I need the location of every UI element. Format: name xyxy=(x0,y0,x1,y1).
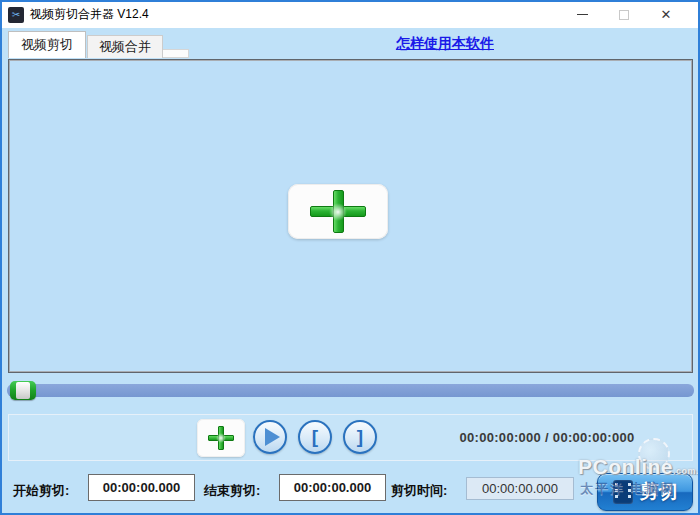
bracket-close-icon: ] xyxy=(357,427,363,448)
maximize-button[interactable] xyxy=(603,1,645,28)
close-button[interactable]: ✕ xyxy=(645,1,687,28)
scissors-glyph: ✂ xyxy=(12,10,20,20)
tab-video-cut[interactable]: 视频剪切 xyxy=(8,31,86,58)
tab-video-merge[interactable]: 视频合并 xyxy=(87,35,163,58)
film-strip-icon xyxy=(613,480,633,504)
slider-thumb-grip xyxy=(16,382,30,399)
seek-slider[interactable] xyxy=(7,384,694,397)
title-bar: ✂ 视频剪切合并器 V12.4 ✕ xyxy=(1,1,699,28)
add-video-button[interactable] xyxy=(288,184,388,239)
plus-icon xyxy=(310,190,366,233)
app-window: ✂ 视频剪切合并器 V12.4 ✕ 视频剪切 视频合并 怎样使用本软件 xyxy=(0,0,700,515)
play-button[interactable] xyxy=(253,420,287,454)
video-preview-area xyxy=(8,59,693,373)
window-controls: ✕ xyxy=(561,1,687,28)
mark-start-button[interactable]: [ xyxy=(298,420,332,454)
cut-button-label: 剪切 xyxy=(640,479,678,505)
slider-thumb[interactable] xyxy=(10,381,36,400)
cut-button[interactable]: 剪切 xyxy=(597,473,693,511)
mark-end-button[interactable]: ] xyxy=(343,420,377,454)
time-display: 00:00:00:000 / 00:00:00:000 xyxy=(441,430,653,445)
start-cut-label: 开始剪切: xyxy=(13,482,69,500)
close-icon: ✕ xyxy=(661,8,672,21)
cut-duration-value: 00:00:00.000 xyxy=(466,477,574,500)
minimize-icon xyxy=(577,14,588,15)
end-cut-input[interactable] xyxy=(279,474,386,501)
maximize-icon xyxy=(619,10,629,20)
controls-panel: [ ] 00:00:00:000 / 00:00:00:000 xyxy=(8,414,693,461)
end-cut-label: 结束剪切: xyxy=(204,482,260,500)
plus-icon xyxy=(208,426,234,450)
minimize-button[interactable] xyxy=(561,1,603,28)
cut-duration-label: 剪切时间: xyxy=(391,482,447,500)
help-link[interactable]: 怎样使用本软件 xyxy=(396,35,494,53)
play-icon xyxy=(265,428,280,446)
window-title: 视频剪切合并器 V12.4 xyxy=(30,6,149,23)
start-cut-input[interactable] xyxy=(88,474,195,501)
bracket-open-icon: [ xyxy=(312,427,318,448)
tab-strip: 视频剪切 视频合并 xyxy=(8,31,189,58)
app-scissors-icon: ✂ xyxy=(8,7,24,23)
tab-strip-filler xyxy=(163,49,189,58)
add-file-button[interactable] xyxy=(197,419,245,457)
